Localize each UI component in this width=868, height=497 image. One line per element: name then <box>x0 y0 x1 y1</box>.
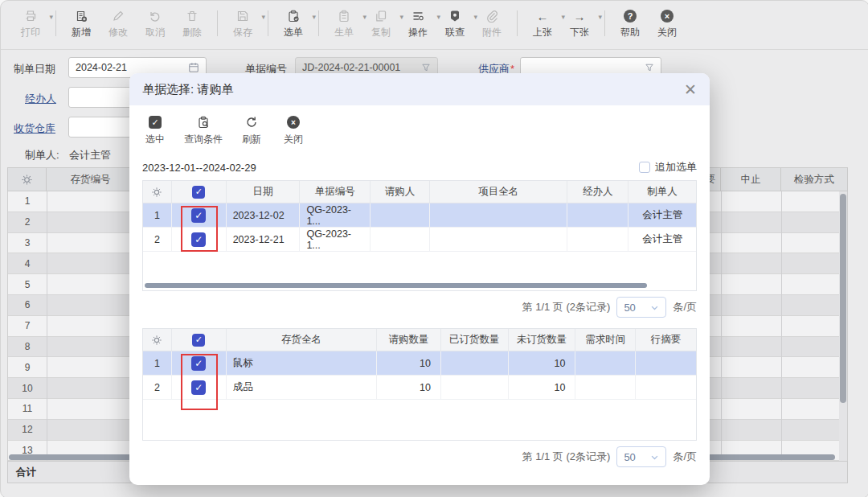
toolbar-button-next-doc[interactable]: → 下张 ▾ <box>561 9 598 39</box>
cell-item-name: 鼠标 <box>227 351 377 375</box>
col-header-date[interactable]: 日期 <box>227 181 301 203</box>
toolbar-button-select-doc[interactable]: 选单 ▾ <box>275 9 312 39</box>
toolbar-button-copy[interactable]: 复制 ▾ <box>362 9 399 39</box>
col-header-stop[interactable]: 中止 <box>721 168 781 191</box>
page-size-select[interactable]: 50 <box>616 446 666 467</box>
checkbox-checked-icon[interactable]: ✓ <box>191 356 206 371</box>
toolbar-button-print[interactable]: 打印 ▾ <box>12 9 49 39</box>
row-checkbox[interactable]: ✓ <box>172 228 227 251</box>
row-number: 3 <box>8 233 47 253</box>
grid-settings-button[interactable] <box>143 329 172 351</box>
page-size-value: 50 <box>624 302 635 314</box>
cell-agent <box>567 203 628 227</box>
page-size-select[interactable]: 50 <box>616 297 666 318</box>
doc-table-row[interactable]: 1 ✓ 2023-12-02 QG-2023-1... 会计主管 <box>143 203 696 228</box>
link-query-icon <box>448 9 461 23</box>
item-table-row[interactable]: 1 ✓ 鼠标 10 10 <box>143 351 696 376</box>
clipboard-check-icon <box>287 9 300 23</box>
row-number: 2 <box>143 228 172 251</box>
toolbar-button-add[interactable]: 新增 <box>63 9 100 39</box>
calendar-icon[interactable] <box>188 62 199 73</box>
chevron-down-icon[interactable]: ▾ <box>312 13 316 21</box>
cell-creator: 会计主管 <box>628 228 696 251</box>
doc-table-row[interactable]: 2 ✓ 2023-12-21 QG-2023-1... 会计主管 <box>143 228 696 252</box>
col-header-ordered-qty[interactable]: 已订货数量 <box>441 329 509 351</box>
col-header-inspection[interactable]: 检验方式 <box>781 168 847 191</box>
close-icon[interactable]: ✕ <box>684 82 697 97</box>
col-header-item-name[interactable]: 存货全名 <box>227 329 377 351</box>
dialog-button-select-checked[interactable]: ✓ 选中 <box>142 115 168 151</box>
toolbar-button-delete[interactable]: 删除 <box>174 9 211 39</box>
col-header-creator[interactable]: 制单人 <box>628 181 696 203</box>
col-header-req-qty[interactable]: 请购数量 <box>377 329 441 351</box>
toolbar-button-help[interactable]: ? 帮助 <box>612 9 649 39</box>
dialog-button-refresh[interactable]: 刷新 <box>239 115 264 151</box>
col-header-requester[interactable]: 请购人 <box>371 181 430 203</box>
warehouse-label[interactable]: 收货仓库 <box>14 121 55 136</box>
toolbar-button-edit[interactable]: 修改 <box>100 9 137 39</box>
col-header-summary[interactable]: 行摘要 <box>636 329 696 351</box>
checkbox-checked-icon[interactable]: ✓ <box>191 232 206 247</box>
cell-project <box>430 228 567 251</box>
select-all-checkbox[interactable]: ✓ <box>172 181 227 203</box>
chevron-down-icon[interactable]: ▾ <box>49 13 53 21</box>
row-checkbox[interactable]: ✓ <box>172 203 227 227</box>
horizontal-scrollbar-thumb[interactable] <box>145 283 647 288</box>
dialog-button-label: 关闭 <box>284 133 303 146</box>
doc-plus-icon <box>75 9 88 23</box>
row-checkbox[interactable]: ✓ <box>172 351 227 375</box>
row-checkbox[interactable]: ✓ <box>172 376 227 399</box>
column-divider <box>47 191 47 461</box>
cell-requester <box>371 203 430 227</box>
cell-need-time <box>575 351 636 375</box>
append-select-checkbox[interactable]: 追加选单 <box>639 160 697 175</box>
col-header-unordered-qty[interactable]: 未订货数量 <box>509 329 576 351</box>
vertical-scrollbar[interactable] <box>839 191 847 461</box>
item-table-pagination: 第 1/1 页 (2条记录) 50 条/页 <box>142 441 697 473</box>
vertical-scrollbar-thumb[interactable] <box>840 194 846 403</box>
chevron-down-icon[interactable]: ▾ <box>598 13 602 21</box>
toolbar-button-link-query[interactable]: 联查 ▾ <box>436 9 473 39</box>
toolbar-button-cancel[interactable]: 取消 <box>137 9 174 39</box>
col-header-doc-no[interactable]: 单据编号 <box>300 181 371 203</box>
clipboard-icon <box>338 9 350 23</box>
item-table-row[interactable]: 2 ✓ 成品 10 10 <box>143 376 696 400</box>
col-header-need-time[interactable]: 需求时间 <box>575 329 636 351</box>
toolbar-button-generate-doc[interactable]: 生单 ▾ <box>326 9 362 39</box>
col-header-inventory-code[interactable]: 存货编号 <box>47 168 135 191</box>
toolbar-button-prev-doc[interactable]: ← 上张 ▾ <box>524 9 561 39</box>
checkbox-icon[interactable] <box>639 162 650 173</box>
checkbox-checked-icon[interactable]: ✓ <box>191 380 206 395</box>
row-number: 6 <box>8 295 47 315</box>
cell-summary <box>636 351 696 375</box>
chevron-down-icon[interactable]: ▾ <box>261 13 265 21</box>
checkbox-checked-icon[interactable]: ✓ <box>192 186 205 199</box>
filter-funnel-icon[interactable] <box>645 63 654 72</box>
toolbar-button-close[interactable]: × 关闭 <box>649 9 686 39</box>
agent-label[interactable]: 经办人 <box>25 92 56 106</box>
dialog-button-close[interactable]: × 关闭 <box>280 115 306 151</box>
cell-project <box>430 203 567 227</box>
toolbar-button-attachment[interactable]: 附件 <box>473 9 510 39</box>
cell-date: 2023-12-02 <box>227 203 301 227</box>
grid-settings-button[interactable] <box>143 181 172 203</box>
toolbar-button-save[interactable]: 保存 ▾ <box>224 9 261 39</box>
toolbar-label: 下张 <box>570 26 589 39</box>
filter-funnel-icon[interactable] <box>421 63 431 72</box>
toolbar-label: 复制 <box>371 26 391 39</box>
toolbar-label: 打印 <box>21 26 40 39</box>
append-select-label: 追加选单 <box>655 160 697 175</box>
grid-settings-button[interactable] <box>8 168 47 191</box>
checkbox-checked-icon[interactable]: ✓ <box>192 334 205 347</box>
checkbox-checked-icon[interactable]: ✓ <box>191 208 206 223</box>
row-number: 12 <box>8 420 47 440</box>
select-all-checkbox[interactable]: ✓ <box>172 329 227 351</box>
cell-date: 2023-12-21 <box>227 228 301 251</box>
toolbar-button-operate[interactable]: 操作 ▾ <box>399 9 436 39</box>
refresh-icon <box>245 115 258 129</box>
toolbar-separator <box>217 10 218 36</box>
col-header-agent[interactable]: 经办人 <box>567 181 628 203</box>
gear-icon <box>21 174 33 186</box>
dialog-button-query-conditions[interactable]: 查询条件 <box>184 115 223 151</box>
col-header-project[interactable]: 项目全名 <box>430 181 568 203</box>
